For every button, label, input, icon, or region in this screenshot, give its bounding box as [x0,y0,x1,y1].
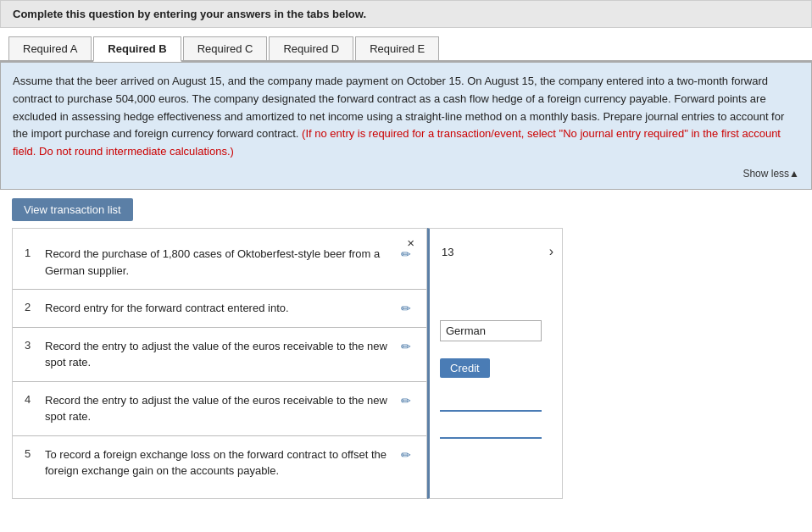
transaction-item-1: 1 Record the purchase of 1,800 cases of … [13,237,426,287]
tab-required-d[interactable]: Required D [269,36,353,60]
transaction-desc-1: Record the purchase of 1,800 cases of Ok… [45,246,394,279]
german-dropdown-row: German [440,320,552,341]
transaction-item-2: 2 Record entry for the forward contract … [13,291,426,325]
tabs-bar: Required A Required B Required C Require… [0,36,812,62]
tab-required-b[interactable]: Required B [93,36,181,62]
german-dropdown[interactable]: German [440,320,542,341]
view-transaction-label: View transaction list [24,203,121,216]
right-items-area: German Credit [435,310,557,457]
amount-input-2[interactable] [440,424,542,439]
transaction-item-4: 4 Record the entry to adjust the value o… [13,384,426,434]
chevron-right-icon[interactable]: › [549,244,553,259]
transaction-desc-3: Record the entry to adjust the value of … [45,338,394,371]
close-icon: × [407,236,414,250]
edit-icon-5[interactable]: ✏ [401,448,414,462]
tab-required-e[interactable]: Required E [355,36,439,60]
transaction-desc-5: To record a foreign exchange loss on the… [45,446,394,479]
transaction-num-5: 5 [25,446,38,460]
transaction-num-1: 1 [25,246,38,259]
close-button[interactable]: × [407,236,414,250]
tab-required-a[interactable]: Required A [8,36,92,60]
main-content: × 1 Record the purchase of 1,800 cases o… [12,228,812,499]
credit-row: Credit [440,355,552,385]
edit-icon-4[interactable]: ✏ [401,394,414,407]
transaction-desc-4: Record the entry to adjust the value of … [45,392,394,425]
edit-icon-2[interactable]: ✏ [401,302,414,315]
scenario-box: Assume that the beer arrived on August 1… [0,62,812,190]
credit-label: Credit [450,362,480,374]
transaction-desc-2: Record entry for the forward contract en… [45,300,394,317]
transaction-item-3: 3 Record the entry to adjust the value o… [13,330,426,380]
transaction-number: 13 [442,246,453,258]
instruction-text: Complete this question by entering your … [13,8,366,20]
edit-icon-3[interactable]: ✏ [401,340,414,353]
transaction-num-2: 2 [25,300,38,313]
transaction-num-4: 4 [25,392,38,406]
transaction-num-3: 3 [25,338,38,352]
right-panel: 13 › German Credit [427,228,563,499]
german-label: German [446,324,486,337]
tab-required-c[interactable]: Required C [183,36,268,60]
transaction-panel: × 1 Record the purchase of 1,800 cases o… [12,228,427,499]
input-row-2 [440,424,552,439]
show-less-btn[interactable]: Show less▲ [13,166,799,182]
input-row-1 [440,396,552,412]
top-instruction: Complete this question by entering your … [0,0,812,28]
show-less-label: Show less▲ [742,168,799,180]
credit-button[interactable]: Credit [440,358,490,378]
number-row: 13 › [435,237,557,310]
view-transaction-list-button[interactable]: View transaction list [12,198,133,221]
amount-input-1[interactable] [440,396,542,412]
transaction-item-5: 5 To record a foreign exchange loss on t… [13,438,426,488]
